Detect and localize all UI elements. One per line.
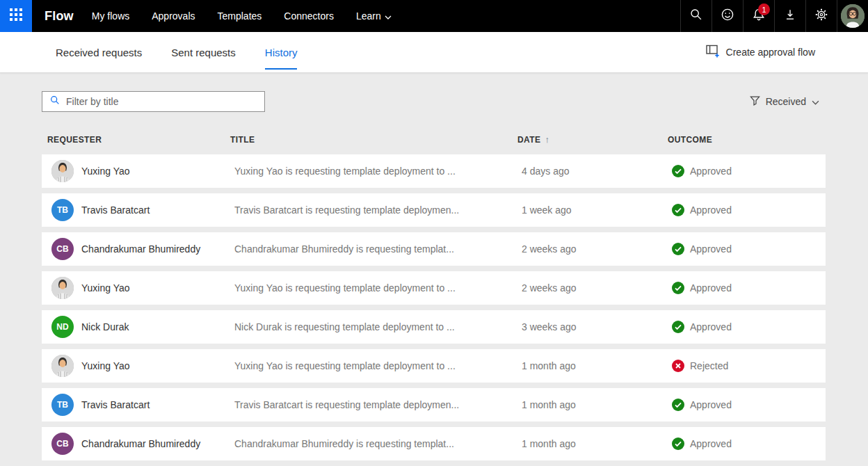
request-title: Nick Durak is requesting template deploy… [234, 321, 522, 332]
tab-history[interactable]: History [265, 32, 298, 72]
nav-item-connectors[interactable]: Connectors [284, 10, 334, 22]
table-header-row: REQUESTER TITLE DATE ↑ OUTCOME [42, 134, 826, 145]
table-row[interactable]: ND Nick Durak Nick Durak is requesting t… [42, 310, 826, 344]
tab-bar: Received requests Sent requests History … [0, 32, 868, 73]
requester-cell: Yuxing Yao [51, 277, 234, 299]
request-date: 2 weeks ago [522, 243, 672, 255]
column-header-date[interactable]: DATE ↑ [517, 134, 668, 145]
tab-received-requests[interactable]: Received requests [56, 32, 142, 72]
direction-filter-dropdown[interactable]: Received [750, 95, 819, 108]
create-flow-icon [706, 45, 720, 60]
chevron-down-icon [812, 96, 819, 107]
outcome-cell: Approved [672, 165, 826, 177]
settings-button[interactable] [805, 0, 837, 32]
create-flow-label: Create approval flow [726, 47, 815, 58]
outcome-cell: Approved [672, 399, 826, 411]
outcome-label: Approved [690, 399, 732, 410]
primary-nav: My flows Approvals Templates Connectors … [92, 0, 392, 32]
funnel-icon [750, 95, 760, 108]
outcome-cell: Approved [672, 437, 826, 450]
nav-item-my-flows[interactable]: My flows [92, 10, 129, 22]
outcome-cell: Approved [672, 243, 826, 255]
requester-cell: TB Travis Baratcart [51, 199, 234, 221]
table-row[interactable]: TB Travis Baratcart Travis Baratcart is … [42, 193, 826, 227]
approved-icon [672, 165, 684, 177]
create-approval-flow-button[interactable]: Create approval flow [706, 32, 815, 72]
direction-filter-value: Received [766, 96, 806, 107]
request-date: 1 month ago [522, 438, 672, 449]
top-navbar: Flow My flows Approvals Templates Connec… [0, 0, 868, 32]
waffle-icon [10, 8, 22, 24]
request-title: Chandrakumar Bhumireddy is requesting te… [234, 243, 522, 255]
notifications-button[interactable]: 1 [743, 0, 774, 32]
tab-sent-requests[interactable]: Sent requests [171, 32, 236, 72]
requester-name: Chandrakumar Bhumireddy [81, 243, 200, 255]
download-button[interactable] [774, 0, 805, 32]
nav-item-templates[interactable]: Templates [218, 10, 262, 22]
avatar-initials: TB [51, 199, 74, 221]
table-row[interactable]: Yuxing Yao Yuxing Yao is requesting temp… [42, 271, 826, 305]
request-date: 1 week ago [522, 204, 672, 216]
table-row[interactable]: CB Chandrakumar Bhumireddy Chandrakumar … [42, 232, 826, 266]
column-header-requester[interactable]: REQUESTER [47, 135, 230, 145]
outcome-cell: Approved [672, 282, 826, 294]
column-header-date-label: DATE [517, 135, 540, 145]
notification-badge: 1 [758, 3, 770, 15]
brand-title[interactable]: Flow [45, 0, 74, 32]
requests-table-body: Yuxing Yao Yuxing Yao is requesting temp… [42, 154, 826, 460]
request-date: 4 days ago [522, 166, 672, 177]
request-title: Yuxing Yao is requesting template deploy… [234, 282, 522, 294]
outcome-cell: Approved [672, 204, 826, 216]
outcome-label: Approved [690, 166, 732, 177]
nav-item-approvals[interactable]: Approvals [152, 10, 195, 22]
outcome-label: Approved [690, 321, 732, 332]
avatar-initials: ND [51, 316, 74, 338]
outcome-label: Approved [690, 204, 732, 216]
table-row[interactable]: CB Chandrakumar Bhumireddy Chandrakumar … [42, 427, 826, 460]
navbar-actions: 1 [680, 0, 868, 32]
rejected-icon [672, 360, 684, 372]
requester-name: Yuxing Yao [81, 282, 130, 294]
approved-icon [672, 437, 684, 450]
avatar-initials: CB [51, 238, 74, 260]
requester-cell: Yuxing Yao [51, 355, 234, 377]
table-row[interactable]: Yuxing Yao Yuxing Yao is requesting temp… [42, 154, 826, 188]
smiley-icon [720, 7, 735, 25]
requester-name: Nick Durak [81, 321, 129, 332]
outcome-label: Approved [690, 438, 732, 449]
filter-row: Received [42, 91, 826, 112]
table-row[interactable]: Yuxing Yao Yuxing Yao is requesting temp… [42, 349, 826, 383]
outcome-label: Approved [690, 243, 732, 255]
feedback-button[interactable] [712, 0, 743, 32]
avatar-photo [51, 277, 74, 299]
requester-cell: CB Chandrakumar Bhumireddy [51, 238, 234, 260]
account-button[interactable] [837, 0, 868, 32]
requester-name: Travis Baratcart [81, 204, 150, 216]
request-date: 3 weeks ago [522, 321, 672, 332]
requester-name: Yuxing Yao [81, 166, 130, 177]
table-row[interactable]: TB Travis Baratcart Travis Baratcart is … [42, 388, 826, 421]
column-header-outcome[interactable]: OUTCOME [668, 135, 826, 145]
approved-icon [672, 243, 684, 255]
request-title: Travis Baratcart is requesting template … [234, 204, 522, 216]
search-icon [49, 95, 61, 109]
requester-cell: TB Travis Baratcart [51, 394, 234, 416]
account-avatar [841, 4, 865, 28]
request-title: Yuxing Yao is requesting template deploy… [234, 360, 522, 371]
avatar-photo [51, 160, 74, 182]
requester-name: Travis Baratcart [81, 399, 150, 410]
column-header-title[interactable]: TITLE [230, 135, 517, 145]
filter-search-box[interactable] [42, 91, 265, 112]
approved-icon [672, 399, 684, 411]
request-date: 2 weeks ago [522, 282, 672, 294]
request-date: 1 month ago [522, 360, 672, 371]
approved-icon [672, 282, 684, 294]
approved-icon [672, 321, 684, 333]
requester-cell: ND Nick Durak [51, 316, 234, 338]
avatar-initials: CB [51, 433, 74, 455]
outcome-cell: Rejected [672, 360, 826, 372]
filter-by-title-input[interactable] [66, 96, 259, 107]
search-button[interactable] [680, 0, 712, 32]
app-launcher-button[interactable] [0, 0, 32, 32]
nav-item-learn[interactable]: Learn [356, 10, 392, 22]
